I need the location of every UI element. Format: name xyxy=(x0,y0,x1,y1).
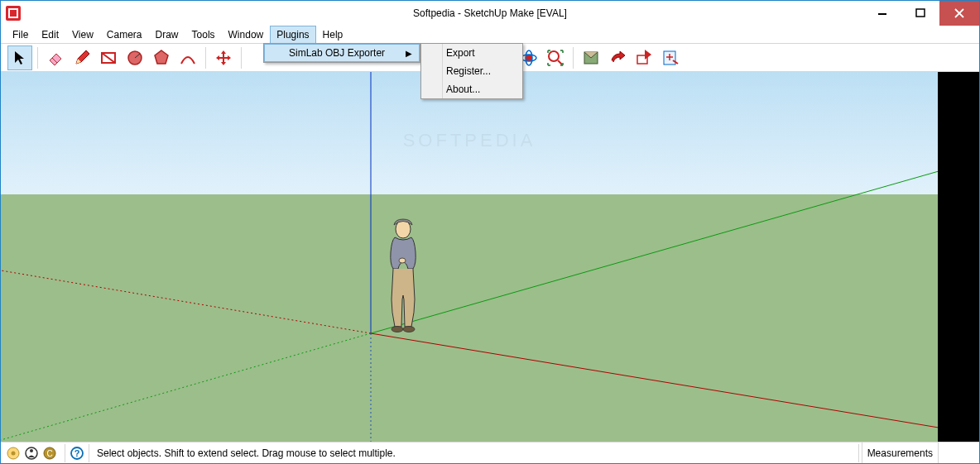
measurements-input[interactable] xyxy=(938,442,979,463)
svg-rect-0 xyxy=(878,13,886,15)
svg-point-4 xyxy=(526,55,532,61)
menubar: File Edit View Camera Draw Tools Window … xyxy=(1,26,979,44)
eraser-tool[interactable] xyxy=(43,45,68,70)
axes-overlay xyxy=(1,72,938,442)
menu-item-about[interactable]: About... xyxy=(421,80,522,98)
svg-line-13 xyxy=(371,171,938,333)
menu-file[interactable]: File xyxy=(6,26,35,43)
app-icon xyxy=(6,6,21,21)
move-tool[interactable] xyxy=(211,45,236,70)
menu-edit[interactable]: Edit xyxy=(35,26,65,43)
svg-point-7 xyxy=(549,51,559,61)
menu-view[interactable]: View xyxy=(65,26,100,43)
statusbar: C ? Select objects. Shift to extend sele… xyxy=(1,442,979,463)
share-component-tool[interactable] xyxy=(632,45,656,70)
plugins-dropdown: SimLab OBJ Exporter ▶ xyxy=(263,43,420,63)
maximize-button[interactable] xyxy=(901,1,939,26)
select-tool[interactable] xyxy=(7,45,32,70)
menu-item-label: Register... xyxy=(446,65,491,77)
menu-item-label: Export xyxy=(446,47,475,59)
arc-tool[interactable] xyxy=(175,45,200,70)
menu-item-label: About... xyxy=(446,84,480,95)
menu-plugins[interactable]: Plugins xyxy=(270,26,315,43)
rectangle-tool[interactable] xyxy=(96,45,121,70)
toolbar-separator xyxy=(205,47,206,69)
app-window: Softpedia - SketchUp Make [EVAL] File Ed… xyxy=(0,0,980,464)
menu-window[interactable]: Window xyxy=(222,26,271,43)
circle-tool[interactable] xyxy=(122,45,147,70)
svg-point-24 xyxy=(30,449,33,452)
svg-line-14 xyxy=(1,333,371,440)
menu-item-simlab-obj-exporter[interactable]: SimLab OBJ Exporter ▶ xyxy=(264,44,420,62)
menu-item-register[interactable]: Register... xyxy=(421,62,522,80)
close-button[interactable] xyxy=(939,1,979,26)
status-separator xyxy=(89,444,89,462)
window-controls xyxy=(863,1,979,26)
simlab-submenu: Export Register... About... xyxy=(420,43,523,99)
share-model-tool[interactable] xyxy=(605,45,630,70)
help-icon[interactable]: ? xyxy=(68,444,86,462)
menu-tools[interactable]: Tools xyxy=(185,26,222,43)
status-separator xyxy=(858,444,859,462)
svg-line-16 xyxy=(1,270,371,333)
menu-item-label: SimLab OBJ Exporter xyxy=(289,47,385,59)
viewport[interactable]: SOFTPEDIA xyxy=(1,72,979,442)
geolocation-icon[interactable] xyxy=(4,444,22,462)
get-models-tool[interactable] xyxy=(579,45,603,70)
svg-text:?: ? xyxy=(74,448,80,458)
toolbar-separator xyxy=(241,47,242,69)
toolbar-separator xyxy=(37,47,38,69)
svg-point-19 xyxy=(392,327,403,332)
pencil-tool[interactable] xyxy=(70,45,94,70)
svg-text:C: C xyxy=(46,449,52,458)
measurements-label: Measurements xyxy=(862,442,938,463)
menu-item-export[interactable]: Export xyxy=(421,44,522,62)
claim-credit-icon[interactable]: C xyxy=(41,444,59,462)
window-title: Softpedia - SketchUp Make [EVAL] xyxy=(413,7,567,19)
viewport-right-edge xyxy=(938,72,979,442)
zoom-extents-tool[interactable] xyxy=(543,45,568,70)
titlebar: Softpedia - SketchUp Make [EVAL] xyxy=(1,1,979,26)
export-tool[interactable] xyxy=(658,45,683,70)
minimize-button[interactable] xyxy=(863,1,901,26)
status-hint: Select objects. Shift to extend select. … xyxy=(92,447,856,459)
menu-draw[interactable]: Draw xyxy=(149,26,185,43)
polygon-tool[interactable] xyxy=(149,45,174,70)
menu-help[interactable]: Help xyxy=(316,26,350,43)
menu-camera[interactable]: Camera xyxy=(100,26,149,43)
scale-figure-person xyxy=(391,219,416,332)
toolbar-separator xyxy=(573,47,574,69)
credits-icon[interactable] xyxy=(22,444,41,462)
svg-rect-1 xyxy=(916,9,925,17)
submenu-arrow-icon: ▶ xyxy=(406,49,412,58)
svg-point-20 xyxy=(403,327,415,332)
svg-point-22 xyxy=(12,451,16,455)
svg-point-18 xyxy=(399,258,406,263)
svg-line-15 xyxy=(371,333,938,428)
status-separator xyxy=(65,444,65,462)
